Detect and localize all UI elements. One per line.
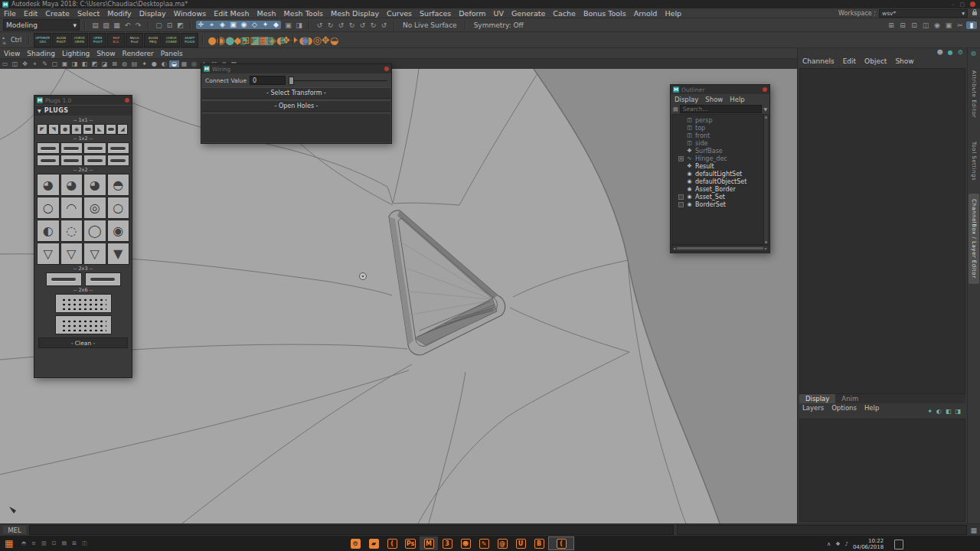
dropbox-icon[interactable]: ❖: [835, 541, 840, 547]
plug-thumbnail[interactable]: [85, 272, 121, 286]
history-icon[interactable]: ↺: [358, 21, 368, 29]
mel-label[interactable]: MEL: [3, 526, 26, 534]
snap-icon[interactable]: ✛: [196, 21, 206, 29]
plug-thumbnail[interactable]: ◣: [94, 124, 105, 135]
taskbar-tray-icon[interactable]: ▤: [61, 540, 67, 546]
panel-toolbar-icon[interactable]: ▣: [60, 60, 70, 67]
shelf-script-button[interactable]: ALIGNPIVOT: [52, 33, 70, 47]
start-button[interactable]: ▦: [5, 539, 13, 548]
snap-icon[interactable]: ✦: [260, 21, 270, 29]
panel-menu-item[interactable]: Panels: [161, 50, 183, 57]
taskbar-app[interactable]: ⚙: [346, 536, 364, 550]
minimize-icon[interactable]: –: [952, 2, 955, 8]
volume-icon[interactable]: ♪: [844, 541, 848, 547]
connect-value-slider[interactable]: [289, 77, 387, 85]
history-icon[interactable]: ↺: [336, 21, 346, 29]
menu-item[interactable]: Help: [665, 9, 681, 18]
workspace-lock-icon[interactable]: [972, 11, 977, 15]
tab-anim[interactable]: Anim: [835, 394, 864, 403]
plug-thumbnail[interactable]: [83, 142, 106, 154]
collapse-arrow-icon[interactable]: ▼: [38, 108, 41, 113]
panel-toolbar-icon[interactable]: ▤: [129, 60, 139, 67]
scrollbar-thumb[interactable]: [677, 247, 763, 249]
layer-list-area[interactable]: [799, 419, 965, 522]
plug-thumbnail[interactable]: [107, 155, 130, 166]
outliner-item[interactable]: defaultObjectSet: [672, 178, 768, 185]
plug-thumbnail[interactable]: ▼: [107, 243, 130, 265]
panel-menu-item[interactable]: Lighting: [62, 50, 90, 57]
channel-box-corner-icon[interactable]: ⚙: [958, 49, 963, 56]
layer-editor-menu-item[interactable]: Help: [864, 404, 879, 412]
panel-toolbar-icon[interactable]: ✥: [20, 60, 30, 67]
taskbar-app[interactable]: @: [493, 536, 511, 550]
plug-thumbnail[interactable]: [37, 142, 60, 154]
menu-item[interactable]: Modify: [107, 9, 131, 18]
taskbar-tray-icon[interactable]: ◫: [82, 540, 87, 546]
channel-box-menu-item[interactable]: Edit: [843, 57, 856, 65]
history-icon[interactable]: ↺: [315, 21, 325, 29]
plug-thumbnail[interactable]: [106, 124, 116, 135]
plug-thumbnail[interactable]: [46, 272, 82, 286]
shelf-script-button[interactable]: MatchPivot: [126, 33, 143, 47]
menu-item[interactable]: Edit: [24, 9, 38, 18]
plug-thumbnail[interactable]: ●: [60, 124, 70, 135]
close-icon[interactable]: [970, 2, 975, 7]
tab-channel-box-layer-editor[interactable]: ChannelBox / Layer Editor: [969, 194, 979, 284]
outliner-item[interactable]: Asset_Border: [672, 185, 768, 193]
menu-item[interactable]: Windows: [174, 9, 206, 18]
menu-item[interactable]: Arnold: [634, 9, 658, 18]
outliner-item[interactable]: top: [672, 124, 768, 132]
taskbar-app[interactable]: ✎: [475, 536, 493, 550]
mel-input[interactable]: [29, 525, 674, 535]
statusline-icon[interactable]: ▮: [966, 21, 977, 29]
plug-thumbnail[interactable]: ◓: [107, 174, 130, 196]
plug-thumbnail[interactable]: ◕: [37, 174, 60, 196]
menu-item[interactable]: Generate: [511, 9, 545, 18]
close-icon[interactable]: [763, 87, 767, 92]
outliner-item[interactable]: side: [672, 139, 768, 147]
taskbar-tray-icon[interactable]: ≡: [31, 540, 36, 546]
menu-item[interactable]: Bonus Tools: [583, 9, 626, 18]
menuset-dropdown[interactable]: Modeling▾: [3, 19, 80, 31]
snap-icon[interactable]: ◆: [271, 21, 281, 29]
window-titlebar[interactable]: M Autodesk Maya 2018: C:\Users\Chaudiac\…: [0, 0, 980, 8]
symmetry-label[interactable]: Symmetry: Off: [474, 21, 524, 29]
plug-thumbnail[interactable]: [55, 315, 112, 334]
channel-box-area[interactable]: [799, 68, 965, 394]
statusline-icon[interactable]: ◨: [294, 21, 304, 29]
panel-menu-item[interactable]: Renderer: [122, 50, 154, 57]
menu-item[interactable]: File: [4, 9, 16, 18]
plug-thumbnail[interactable]: ◌: [60, 220, 83, 242]
menu-item[interactable]: Create: [45, 9, 70, 18]
statusline-icon[interactable]: ⊟: [897, 21, 908, 29]
outliner-item[interactable]: SurfBase: [672, 147, 768, 155]
menu-item[interactable]: Edit Mesh: [214, 9, 249, 18]
layer-icon[interactable]: ✦: [927, 408, 933, 415]
taskbar-app[interactable]: (: [383, 536, 401, 550]
shelf-icon[interactable]: ●: [207, 33, 216, 47]
plug-thumbnail[interactable]: [60, 142, 83, 154]
outliner-item[interactable]: Result: [672, 162, 768, 170]
outliner-item[interactable]: Asset_Set: [672, 193, 768, 201]
shelf-icon[interactable]: ●: [224, 33, 237, 47]
tab-display[interactable]: Display: [799, 394, 835, 403]
snap-icon[interactable]: ⌖: [207, 21, 217, 29]
taskbar-app[interactable]: Ps: [401, 536, 420, 550]
statusline-icon[interactable]: ◩: [175, 21, 185, 29]
statusline-icon[interactable]: ◉: [932, 21, 942, 29]
statusline-icon[interactable]: ◫: [920, 21, 931, 29]
panel-toolbar-icon[interactable]: ◩: [90, 60, 100, 67]
shelf-script-button[interactable]: MAPN.U.: [107, 33, 125, 47]
shelf-icon[interactable]: ◎: [312, 33, 321, 47]
snap-icon[interactable]: ◇: [250, 21, 260, 29]
channel-box-corner-icon[interactable]: ☻: [937, 49, 943, 56]
plug-thumbnail[interactable]: ◐: [37, 220, 60, 242]
plug-thumbnail[interactable]: [37, 155, 60, 166]
item-checkbox[interactable]: [678, 156, 684, 161]
shelf-script-button[interactable]: ASSETPLUGS: [181, 33, 198, 47]
history-icon[interactable]: ↻: [325, 21, 335, 29]
taskbar-app[interactable]: (: [548, 536, 574, 550]
panel-toolbar-icon[interactable]: ▭: [0, 60, 10, 67]
open-holes-button[interactable]: - Open Holes -: [202, 100, 390, 112]
shelf-script-button[interactable]: ALIGNPROJ: [144, 33, 162, 47]
